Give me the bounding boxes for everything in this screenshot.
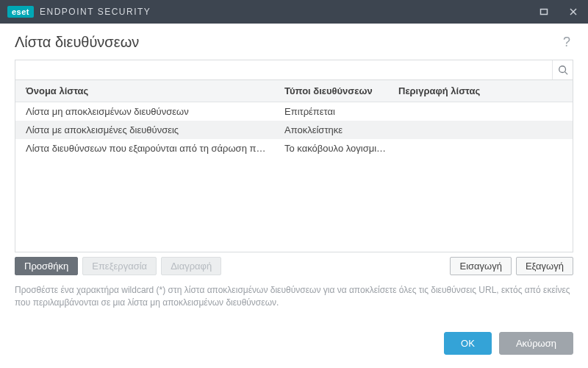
add-button[interactable]: Προσθήκη — [15, 257, 78, 275]
titlebar: eset ENDPOINT SECURITY — [0, 0, 588, 24]
dialog-header: Λίστα διευθύνσεων ? — [0, 24, 588, 60]
table-row[interactable]: Λίστα με αποκλεισμένες διευθύνσεις Αποκλ… — [15, 121, 573, 139]
cell-types: Αποκλείστηκε — [280, 124, 394, 135]
table-header: Όνομα λίστας Τύποι διευθύνσεων Περιγραφή… — [15, 80, 573, 102]
cell-types: Το κακόβουλο λογισμικό ... — [280, 143, 394, 154]
table-row[interactable]: Λίστα διευθύνσεων που εξαιρούνται από τη… — [15, 139, 573, 158]
search-input[interactable] — [15, 60, 552, 79]
dialog-footer: OK Ακύρωση — [0, 320, 588, 368]
cell-name: Λίστα με αποκλεισμένες διευθύνσεις — [15, 124, 280, 135]
table-body: Λίστα μη αποκλεισμένων διευθύνσεων Επιτρ… — [15, 102, 573, 252]
table-button-row: Προσθήκη Επεξεργασία Διαγραφή Εισαγωγή Ε… — [15, 257, 573, 275]
export-button[interactable]: Εξαγωγή — [516, 257, 573, 275]
search-icon — [558, 65, 568, 75]
column-header-desc[interactable]: Περιγραφή λίστας — [394, 85, 573, 96]
address-list-table: Όνομα λίστας Τύποι διευθύνσεων Περιγραφή… — [15, 80, 573, 252]
page-title: Λίστα διευθύνσεων — [15, 34, 560, 51]
cell-name: Λίστα διευθύνσεων που εξαιρούνται από τη… — [15, 143, 280, 154]
minimize-button[interactable] — [529, 0, 559, 24]
cell-types: Επιτρέπεται — [280, 106, 394, 117]
delete-button[interactable]: Διαγραφή — [161, 257, 221, 275]
column-header-types[interactable]: Τύποι διευθύνσεων — [280, 85, 394, 96]
edit-button[interactable]: Επεξεργασία — [82, 257, 157, 275]
minimize-icon — [539, 7, 548, 16]
hint-text: Προσθέστε ένα χαρακτήρα wildcard (*) στη… — [0, 275, 588, 310]
svg-line-4 — [564, 72, 567, 75]
import-button[interactable]: Εισαγωγή — [450, 257, 511, 275]
help-icon[interactable]: ? — [560, 35, 573, 50]
svg-rect-0 — [541, 10, 548, 15]
search-button[interactable] — [552, 60, 573, 79]
ok-button[interactable]: OK — [444, 332, 492, 355]
cancel-button[interactable]: Ακύρωση — [499, 332, 573, 355]
svg-point-3 — [559, 66, 565, 73]
cell-name: Λίστα μη αποκλεισμένων διευθύνσεων — [15, 106, 280, 117]
close-button[interactable] — [559, 0, 588, 24]
close-icon — [569, 7, 578, 16]
content-area: Όνομα λίστας Τύποι διευθύνσεων Περιγραφή… — [0, 60, 588, 275]
column-header-name[interactable]: Όνομα λίστας — [15, 85, 280, 96]
search-row — [15, 60, 573, 80]
brand-badge: eset — [7, 6, 34, 18]
table-row[interactable]: Λίστα μη αποκλεισμένων διευθύνσεων Επιτρ… — [15, 102, 573, 121]
brand-name: ENDPOINT SECURITY — [40, 7, 151, 17]
